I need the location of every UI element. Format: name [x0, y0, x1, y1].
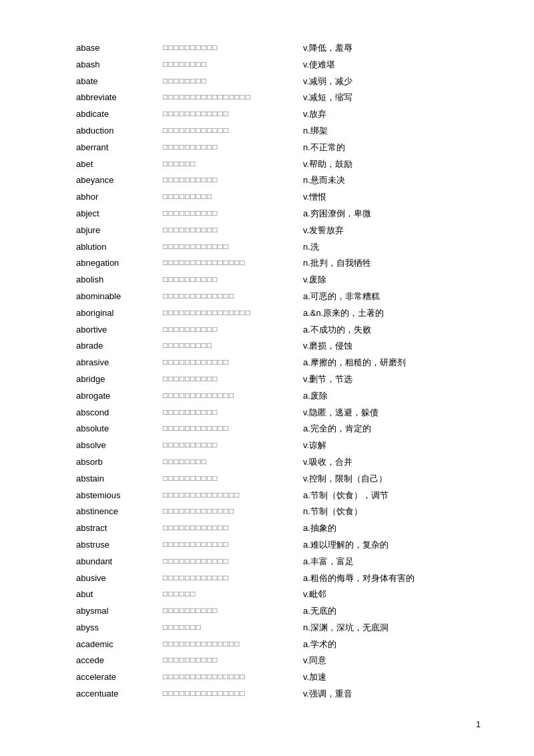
- list-item: abrogate□□□□□□□□□□□□□a.废除: [73, 388, 481, 405]
- word-cell: abash: [73, 57, 160, 73]
- vocab-table: abase□□□□□□□□□□v.降低，羞辱abash□□□□□□□□v.使难堪…: [73, 40, 481, 703]
- meaning-cell: v.毗邻: [300, 586, 481, 603]
- word-cell: abstruse: [73, 537, 160, 554]
- list-item: abash□□□□□□□□v.使难堪: [73, 57, 481, 73]
- list-item: abstain□□□□□□□□□□v.控制，限制（自己）: [73, 471, 481, 488]
- word-cell: abominable: [73, 289, 160, 305]
- meaning-cell: v.磨损，侵蚀: [300, 338, 481, 355]
- meaning-cell: v.强调，重音: [300, 686, 481, 703]
- word-cell: abstain: [73, 471, 160, 488]
- list-item: abrasive□□□□□□□□□□□□a.摩擦的，粗糙的，研磨剂: [73, 355, 481, 371]
- list-item: absolve□□□□□□□□□□v.谅解: [73, 437, 481, 454]
- list-item: abject□□□□□□□□□□a.穷困潦倒，卑微: [73, 206, 481, 222]
- list-item: abeyance□□□□□□□□□□n.悬而未决: [73, 172, 481, 189]
- word-cell: abortive: [73, 322, 160, 339]
- meaning-cell: a.粗俗的侮辱，对身体有害的: [300, 570, 481, 587]
- list-item: abortive□□□□□□□□□□a.不成功的，失败: [73, 322, 481, 339]
- phonetic-cell: □□□□□□□□□□□□□□□□: [160, 305, 300, 322]
- list-item: absolute□□□□□□□□□□□□a.完全的，肯定的: [73, 421, 481, 437]
- meaning-cell: v.控制，限制（自己）: [300, 471, 481, 488]
- phonetic-cell: □□□□□□□□□: [160, 189, 300, 206]
- phonetic-cell: □□□□□□□□□□□□: [160, 554, 300, 570]
- word-cell: abnegation: [73, 255, 160, 272]
- word-cell: abyss: [73, 620, 160, 636]
- phonetic-cell: □□□□□□□□□□□□□: [160, 388, 300, 405]
- word-cell: abundant: [73, 554, 160, 570]
- list-item: abyss□□□□□□□n.深渊，深坑，无底洞: [73, 620, 481, 636]
- word-cell: abstinence: [73, 504, 160, 520]
- meaning-cell: v.同意: [300, 652, 481, 669]
- phonetic-cell: □□□□□□□□□□□□: [160, 537, 300, 554]
- meaning-cell: v.减短，缩写: [300, 89, 481, 106]
- list-item: accede□□□□□□□□□□v.同意: [73, 652, 481, 669]
- word-cell: absolve: [73, 437, 160, 454]
- meaning-cell: n.不正常的: [300, 140, 481, 156]
- meaning-cell: v.帮助，鼓励: [300, 156, 481, 173]
- list-item: academic□□□□□□□□□□□□□□a.学术的: [73, 636, 481, 653]
- meaning-cell: v.加速: [300, 669, 481, 686]
- list-item: abase□□□□□□□□□□v.降低，羞辱: [73, 40, 481, 57]
- word-cell: abbreviate: [73, 89, 160, 106]
- phonetic-cell: □□□□□□□□□□: [160, 40, 300, 57]
- phonetic-cell: □□□□□□□□□: [160, 338, 300, 355]
- list-item: aboriginal□□□□□□□□□□□□□□□□a.&n.原来的，土著的: [73, 305, 481, 322]
- list-item: abominable□□□□□□□□□□□□□a.可恶的，非常糟糕: [73, 289, 481, 305]
- word-cell: abase: [73, 40, 160, 57]
- word-cell: abjure: [73, 222, 160, 239]
- phonetic-cell: □□□□□□□□□□□□□: [160, 504, 300, 520]
- meaning-cell: n.批判，自我牺牲: [300, 255, 481, 272]
- phonetic-cell: □□□□□□□□□□□□□□□: [160, 255, 300, 272]
- phonetic-cell: □□□□□□□□□□: [160, 206, 300, 222]
- phonetic-cell: □□□□□□□□□□: [160, 437, 300, 454]
- meaning-cell: v.废除: [300, 272, 481, 289]
- meaning-cell: v.憎恨: [300, 189, 481, 206]
- list-item: abundant□□□□□□□□□□□□a.丰富，富足: [73, 554, 481, 570]
- meaning-cell: a.不成功的，失败: [300, 322, 481, 339]
- meaning-cell: v.减弱，减少: [300, 73, 481, 90]
- word-cell: abrade: [73, 338, 160, 355]
- list-item: ablution□□□□□□□□□□□□n.洗: [73, 239, 481, 256]
- word-cell: abrasive: [73, 355, 160, 371]
- phonetic-cell: □□□□□□□□□□□□: [160, 421, 300, 437]
- word-cell: academic: [73, 636, 160, 653]
- list-item: accentuate□□□□□□□□□□□□□□□v.强调，重音: [73, 686, 481, 703]
- word-cell: abysmal: [73, 603, 160, 620]
- word-cell: aboriginal: [73, 305, 160, 322]
- phonetic-cell: □□□□□□□□: [160, 73, 300, 90]
- word-cell: abscond: [73, 405, 160, 421]
- meaning-cell: v.使难堪: [300, 57, 481, 73]
- word-cell: accede: [73, 652, 160, 669]
- word-cell: aberrant: [73, 140, 160, 156]
- phonetic-cell: □□□□□□□□□□□□□: [160, 289, 300, 305]
- meaning-cell: a.节制（饮食），调节: [300, 488, 481, 504]
- meaning-cell: n.节制（饮食）: [300, 504, 481, 520]
- word-cell: abject: [73, 206, 160, 222]
- phonetic-cell: □□□□□□□: [160, 620, 300, 636]
- word-cell: absorb: [73, 454, 160, 471]
- phonetic-cell: □□□□□□□□□□: [160, 322, 300, 339]
- phonetic-cell: □□□□□□□□: [160, 57, 300, 73]
- phonetic-cell: □□□□□□□□□□□□: [160, 123, 300, 140]
- phonetic-cell: □□□□□□□□□□: [160, 371, 300, 388]
- list-item: abet□□□□□□v.帮助，鼓励: [73, 156, 481, 173]
- meaning-cell: a.穷困潦倒，卑微: [300, 206, 481, 222]
- phonetic-cell: □□□□□□□□□□: [160, 471, 300, 488]
- word-cell: abduction: [73, 123, 160, 140]
- phonetic-cell: □□□□□□□□□□□□□□□: [160, 686, 300, 703]
- list-item: absorb□□□□□□□□v.吸收，合并: [73, 454, 481, 471]
- meaning-cell: n.深渊，深坑，无底洞: [300, 620, 481, 636]
- meaning-cell: a.学术的: [300, 636, 481, 653]
- phonetic-cell: □□□□□□□□□□□□: [160, 570, 300, 587]
- meaning-cell: v.谅解: [300, 437, 481, 454]
- list-item: abusive□□□□□□□□□□□□a.粗俗的侮辱，对身体有害的: [73, 570, 481, 587]
- meaning-cell: v.隐匿，逃避，躲债: [300, 405, 481, 421]
- phonetic-cell: □□□□□□□□□□□□: [160, 239, 300, 256]
- word-cell: abet: [73, 156, 160, 173]
- word-cell: abrogate: [73, 388, 160, 405]
- phonetic-cell: □□□□□□□□□□□□: [160, 355, 300, 371]
- meaning-cell: a.&n.原来的，土著的: [300, 305, 481, 322]
- phonetic-cell: □□□□□□□□□□: [160, 652, 300, 669]
- phonetic-cell: □□□□□□□□□□□□: [160, 520, 300, 537]
- list-item: aberrant□□□□□□□□□□n.不正常的: [73, 140, 481, 156]
- list-item: abstemious□□□□□□□□□□□□□□a.节制（饮食），调节: [73, 488, 481, 504]
